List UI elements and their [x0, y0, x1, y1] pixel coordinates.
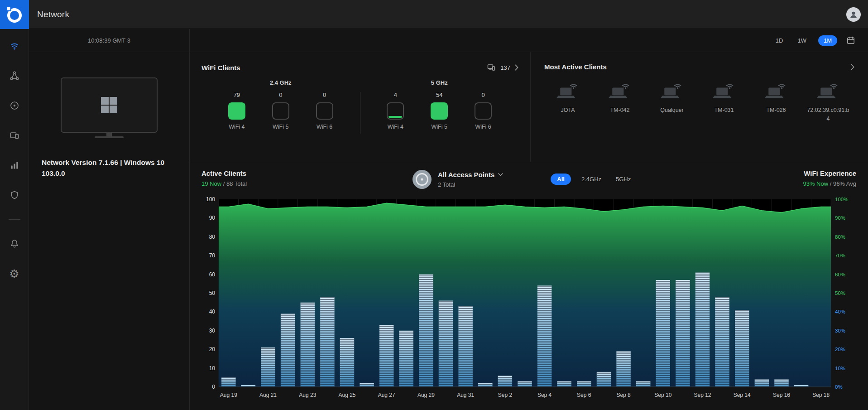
- shield-icon: [9, 190, 20, 201]
- client-item[interactable]: TM-026: [753, 82, 800, 123]
- chevron-down-icon: [498, 173, 503, 176]
- user-avatar-button[interactable]: [846, 7, 861, 22]
- filter-5ghz-button[interactable]: 5GHz: [612, 174, 635, 185]
- calendar-icon: [846, 36, 855, 45]
- svg-text:10%: 10%: [835, 366, 845, 371]
- wifi-experience-avg: / 96% Avg: [828, 180, 856, 187]
- wifi-experience-now: 93% Now: [803, 180, 828, 187]
- svg-text:90%: 90%: [835, 215, 845, 221]
- windows-logo-icon: [101, 96, 118, 114]
- client-item[interactable]: JOTA: [544, 82, 591, 123]
- clock: 10:08:39 GMT-3: [88, 37, 130, 44]
- svg-text:Sep 8: Sep 8: [616, 392, 631, 398]
- unifi-network-app: Network: [0, 0, 868, 410]
- client-item[interactable]: 72:02:39:c0:91:b4: [805, 82, 852, 123]
- wifi-experience-summary: WiFi Experience 93% Now / 96% Avg: [803, 169, 856, 187]
- unifi-logo-icon: [0, 0, 29, 29]
- sidebar-item-topology[interactable]: [9, 70, 20, 82]
- standard-wifi6: 0 WiFi 6: [475, 92, 492, 130]
- sidebar-item-system-log[interactable]: [9, 189, 20, 201]
- band-5ghz: 5 GHz 4 WiFi 4 54 WiFi 5: [360, 77, 519, 134]
- client-item[interactable]: Qualquer: [648, 82, 695, 123]
- svg-text:Aug 19: Aug 19: [220, 392, 237, 398]
- band-filter: All 2.4GHz 5GHz: [551, 174, 635, 185]
- svg-text:Aug 29: Aug 29: [417, 392, 435, 398]
- sidebar-item-unifi-devices[interactable]: [9, 100, 20, 111]
- svg-text:60%: 60%: [835, 272, 845, 277]
- standard-wifi5: 54 WiFi 5: [431, 92, 448, 130]
- svg-text:10: 10: [209, 365, 216, 371]
- client-list: JOTA TM-042: [544, 82, 854, 123]
- unifi-logo[interactable]: [0, 0, 29, 29]
- wifi5-indicator: [431, 102, 448, 120]
- filter-all-button[interactable]: All: [551, 174, 571, 185]
- active-clients-total: / 88 Total: [221, 180, 247, 187]
- sidebar-item-notifications[interactable]: [9, 238, 20, 250]
- wifi-clients-title: WiFi Clients: [201, 64, 240, 72]
- console-panel: 10:08:39 GMT-3 Network Version 7.1.66 | …: [29, 29, 190, 410]
- standard-label: WiFi 5: [432, 124, 447, 130]
- client-name: 72:02:39:c0:91:b4: [807, 106, 849, 123]
- svg-text:30%: 30%: [835, 328, 845, 333]
- clients-experience-chart: 1009080706050403020100100%90%80%70%60%50…: [201, 193, 856, 402]
- console-version: Network Version 7.1.66 | Windows 10 103.…: [42, 157, 169, 179]
- standard-label: WiFi 4: [229, 124, 245, 130]
- access-point-selector[interactable]: All Access Points 2 Total: [412, 169, 503, 189]
- band-label: 5 GHz: [360, 79, 519, 86]
- filter-24ghz-button[interactable]: 2.4GHz: [577, 174, 605, 185]
- chevron-right-icon[interactable]: [515, 64, 518, 71]
- laptop-wifi-icon: [712, 82, 736, 102]
- sidebar-item-clients[interactable]: [9, 130, 20, 141]
- svg-text:40%: 40%: [835, 309, 845, 314]
- svg-text:Aug 31: Aug 31: [457, 392, 474, 398]
- client-count: 0: [279, 92, 282, 98]
- laptop-wifi-icon: [556, 82, 580, 102]
- svg-text:Sep 4: Sep 4: [537, 392, 552, 398]
- laptop-wifi-icon: [816, 82, 840, 102]
- svg-text:Sep 10: Sep 10: [654, 392, 671, 398]
- svg-text:70: 70: [209, 252, 216, 259]
- sidebar-item-dashboard[interactable]: [9, 40, 20, 52]
- standard-label: WiFi 6: [475, 124, 491, 130]
- range-1d-button[interactable]: 1D: [773, 35, 786, 46]
- laptop-wifi-icon: [608, 82, 632, 102]
- svg-text:100: 100: [206, 196, 215, 203]
- client-item[interactable]: TM-031: [700, 82, 748, 123]
- svg-text:100%: 100%: [835, 197, 848, 202]
- svg-text:20%: 20%: [835, 347, 845, 352]
- svg-text:20: 20: [209, 346, 216, 352]
- bar-chart-icon: [9, 160, 20, 171]
- sidebar-item-insights[interactable]: [9, 159, 20, 171]
- svg-text:50%: 50%: [835, 290, 845, 296]
- standard-label: WiFi 6: [317, 124, 332, 130]
- active-clients-now: 19 Now: [201, 180, 221, 187]
- client-name: TM-026: [766, 106, 786, 115]
- svg-text:60: 60: [209, 271, 216, 278]
- wifi4-indicator: [387, 102, 404, 120]
- sidebar-item-settings[interactable]: ⚙: [9, 268, 20, 280]
- client-count: 0: [482, 92, 485, 98]
- client-count: 79: [234, 92, 240, 98]
- range-1w-button[interactable]: 1W: [795, 35, 809, 46]
- devices-icon: [9, 130, 20, 141]
- client-item[interactable]: TM-042: [596, 82, 643, 123]
- svg-text:Aug 27: Aug 27: [378, 392, 395, 398]
- svg-text:80: 80: [209, 234, 216, 240]
- band-label: 2.4 GHz: [201, 79, 360, 86]
- standard-label: WiFi 4: [388, 124, 403, 130]
- access-point-label: All Access Points: [438, 171, 494, 178]
- range-1m-button[interactable]: 1M: [818, 35, 837, 46]
- gear-icon: ⚙: [9, 268, 19, 280]
- console-display: [42, 77, 177, 138]
- active-clients-summary: Active Clients 19 Now / 88 Total: [201, 169, 306, 187]
- chevron-right-icon[interactable]: [851, 64, 854, 70]
- wifi4-indicator: [228, 102, 245, 120]
- main-content: 1D 1W 1M WiFi Clients: [190, 29, 868, 410]
- sidebar: ⚙: [0, 29, 29, 410]
- sidebar-divider: [9, 219, 20, 220]
- svg-text:30: 30: [209, 328, 216, 334]
- wifi-clients-total: 137: [500, 64, 510, 71]
- calendar-button[interactable]: [846, 36, 855, 45]
- svg-text:80%: 80%: [835, 234, 845, 240]
- svg-text:Sep 12: Sep 12: [694, 392, 711, 398]
